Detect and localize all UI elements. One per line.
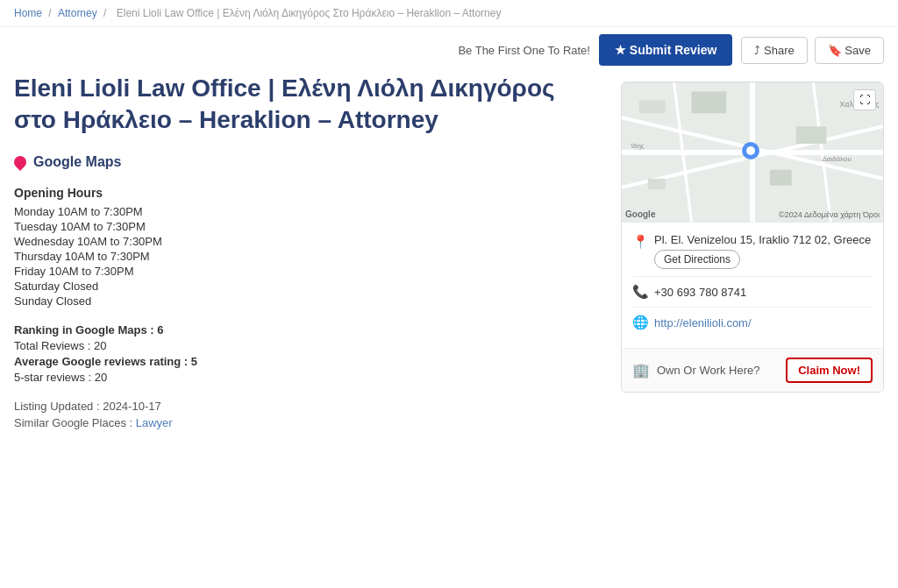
info-card: Χαλκάνικος Ίδης Δαιδάλου Google ©2024 Δε…: [621, 81, 884, 393]
opening-hours-section: Opening Hours Monday 10AM to 7:30PM Tues…: [14, 186, 603, 308]
total-reviews: Total Reviews : 20: [14, 339, 603, 352]
similar-places-link[interactable]: Lawyer: [136, 416, 173, 429]
globe-icon: 🌐: [632, 315, 649, 330]
opening-hours-heading: Opening Hours: [14, 186, 603, 200]
share-button[interactable]: ⤴ Share: [741, 37, 807, 64]
right-column: Χαλκάνικος Ίδης Δαιδάλου Google ©2024 Δε…: [621, 73, 884, 429]
save-button[interactable]: 🔖 Save: [815, 37, 884, 64]
google-maps-label: Google Maps: [14, 154, 603, 170]
main-layout: Eleni Lioli Law Office | Ελένη Λιόλη Δικ…: [0, 73, 898, 447]
breadcrumb-sep-2: /: [103, 7, 110, 19]
svg-rect-10: [796, 126, 827, 144]
claim-now-button[interactable]: Claim Now!: [786, 358, 873, 383]
five-star-reviews: 5-star reviews : 20: [14, 371, 603, 384]
avg-rating: Average Google reviews rating : 5: [14, 355, 603, 368]
google-maps-text: Google Maps: [33, 154, 121, 170]
action-buttons: ⤴ Share 🔖 Save: [741, 37, 884, 64]
breadcrumb-home-link[interactable]: Home: [14, 7, 42, 19]
hours-sunday: Sunday Closed: [14, 294, 603, 308]
divider-2: [632, 307, 873, 308]
breadcrumb-sep-1: /: [48, 7, 54, 19]
map-expand-button[interactable]: ⛶: [853, 89, 876, 110]
svg-rect-12: [648, 179, 666, 189]
address-row: 📍 Pl. El. Venizelou 15, Iraklio 712 02, …: [632, 233, 873, 269]
svg-text:Δαιδάλου: Δαιδάλου: [822, 155, 851, 163]
divider-1: [632, 276, 873, 277]
location-icon: 📍: [632, 234, 649, 250]
hours-saturday: Saturday Closed: [14, 280, 603, 293]
claim-section: 🏢 Own Or Work Here? Claim Now!: [622, 348, 883, 392]
left-column: Eleni Lioli Law Office | Ελένη Λιόλη Δικ…: [14, 73, 603, 429]
listing-updated: Listing Updated : 2024-10-17: [14, 400, 603, 413]
map-preview: Χαλκάνικος Ίδης Δαιδάλου Google ©2024 Δε…: [622, 82, 883, 223]
google-maps-section: Google Maps: [14, 154, 603, 170]
claim-text: Own Or Work Here?: [657, 364, 779, 377]
svg-rect-9: [691, 91, 726, 113]
svg-rect-8: [639, 100, 666, 113]
google-watermark: Google: [625, 209, 655, 219]
website-link[interactable]: http://elenilioli.com/: [654, 316, 752, 329]
svg-text:Ίδης: Ίδης: [630, 142, 645, 150]
breadcrumb-attorney-link[interactable]: Attorney: [58, 7, 97, 19]
get-directions-button[interactable]: Get Directions: [654, 250, 740, 269]
map-copyright: ©2024 Δεδομένα χάρτη Όροι: [779, 210, 880, 219]
phone-number: +30 693 780 8741: [654, 286, 746, 299]
card-body: 📍 Pl. El. Venizelou 15, Iraklio 712 02, …: [622, 223, 883, 348]
hours-friday: Friday 10AM to 7:30PM: [14, 265, 603, 278]
breadcrumb-current: Eleni Lioli Law Office | Ελένη Λιόλη Δικ…: [117, 7, 502, 19]
breadcrumb: Home / Attorney / Eleni Lioli Law Office…: [0, 0, 898, 27]
similar-places-label: Similar Google Places :: [14, 416, 132, 429]
stats-section: Ranking in Google Maps : 6 Total Reviews…: [14, 323, 603, 384]
phone-row: 📞 +30 693 780 8741: [632, 284, 873, 300]
map-pin-icon: [11, 153, 29, 171]
phone-icon: 📞: [632, 284, 649, 300]
similar-places: Similar Google Places : Lawyer: [14, 416, 603, 429]
page-title: Eleni Lioli Law Office | Ελένη Λιόλη Δικ…: [14, 73, 603, 137]
address-text: Pl. El. Venizelou 15, Iraklio 712 02, Gr…: [654, 233, 871, 246]
hours-monday: Monday 10AM to 7:30PM: [14, 205, 603, 218]
address-details: Pl. El. Venizelou 15, Iraklio 712 02, Gr…: [654, 233, 871, 269]
svg-point-14: [746, 146, 755, 155]
rating-prompt: Be The First One To Rate!: [458, 44, 590, 57]
building-icon: 🏢: [632, 362, 650, 379]
header-action-bar: Be The First One To Rate! ★ Submit Revie…: [0, 27, 898, 73]
hours-tuesday: Tuesday 10AM to 7:30PM: [14, 220, 603, 233]
website-row: 🌐 http://elenilioli.com/: [632, 315, 873, 330]
svg-rect-11: [770, 170, 792, 186]
hours-wednesday: Wednesday 10AM to 7:30PM: [14, 235, 603, 248]
hours-thursday: Thursday 10AM to 7:30PM: [14, 250, 603, 263]
ranking: Ranking in Google Maps : 6: [14, 323, 603, 337]
submit-review-button[interactable]: ★ Submit Review: [599, 34, 732, 66]
